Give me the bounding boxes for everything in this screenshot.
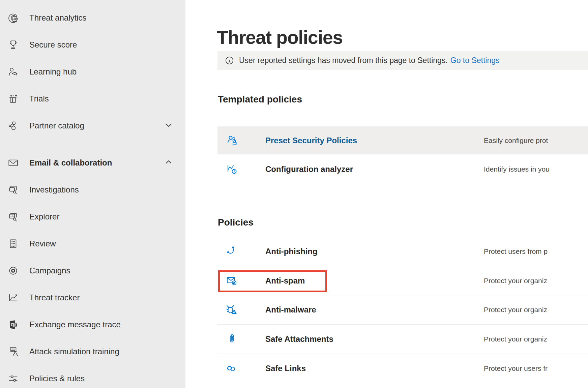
policy-label[interactable]: Anti-phishing bbox=[265, 247, 318, 256]
learning-hub-icon bbox=[7, 66, 19, 78]
sidebar-item-label: Campaigns bbox=[29, 266, 70, 275]
page-title: Threat policies bbox=[217, 27, 343, 48]
sidebar-item-label: Threat tracker bbox=[29, 293, 80, 302]
exchange-icon: E bbox=[7, 319, 19, 331]
sidebar-divider bbox=[7, 145, 174, 145]
policy-description: Protect your organiz bbox=[484, 306, 547, 314]
trials-icon bbox=[7, 93, 19, 105]
sidebar-item-label: Trials bbox=[29, 94, 49, 103]
sidebar-item-email-collaboration[interactable]: Email & collaboration bbox=[0, 149, 185, 176]
sidebar-item-threat-tracker[interactable]: Threat tracker bbox=[0, 284, 185, 311]
anti-spam-icon bbox=[225, 274, 239, 288]
sidebar-item-learning-hub[interactable]: Learning hub bbox=[0, 58, 185, 85]
row-configuration-analyzer[interactable]: Configuration analyzer Identify issues i… bbox=[217, 154, 588, 184]
sidebar-item-label: Learning hub bbox=[29, 67, 77, 77]
policy-label[interactable]: Anti-malware bbox=[265, 305, 316, 315]
policy-label[interactable]: Preset Security Policies bbox=[265, 136, 357, 145]
partner-catalog-icon bbox=[7, 120, 19, 132]
policy-label[interactable]: Safe Attachments bbox=[265, 334, 333, 344]
policy-description: Protect users from p bbox=[484, 247, 548, 256]
info-banner: User reported settings has moved from th… bbox=[217, 51, 588, 70]
email-collaboration-icon bbox=[7, 157, 19, 169]
sidebar-item-label: Partner catalog bbox=[29, 121, 84, 130]
sidebar-item-threat-analytics[interactable]: Threat analytics bbox=[0, 4, 185, 31]
chevron-down-icon[interactable] bbox=[165, 121, 173, 130]
policy-description: Protect your organiz bbox=[484, 277, 547, 285]
sidebar-item-label: Secure score bbox=[29, 40, 77, 50]
explorer-icon bbox=[7, 211, 19, 223]
sidebar-item-trials[interactable]: Trials bbox=[0, 85, 185, 112]
sidebar-item-label: Email & collaboration bbox=[29, 158, 112, 168]
sidebar-item-label: Attack simulation training bbox=[29, 347, 119, 356]
safe-attachments-icon bbox=[225, 332, 239, 346]
row-safe-attachments[interactable]: Safe Attachments Protect your organiz bbox=[217, 325, 588, 354]
sidebar-item-campaigns[interactable]: Campaigns bbox=[0, 257, 185, 284]
chevron-up-icon[interactable] bbox=[165, 158, 173, 168]
policy-description: Easily configure prot bbox=[484, 137, 548, 145]
section-heading-policies: Policies bbox=[218, 217, 254, 228]
sidebar-item-label: Policies & rules bbox=[29, 374, 85, 383]
campaigns-icon bbox=[7, 265, 19, 277]
info-icon bbox=[225, 56, 234, 65]
attack-simulation-icon bbox=[7, 346, 19, 358]
preset-security-policies-icon bbox=[225, 134, 239, 147]
go-to-settings-link[interactable]: Go to Settings bbox=[450, 56, 500, 65]
row-preset-security-policies[interactable]: Preset Security Policies Easily configur… bbox=[217, 126, 588, 154]
policies-rules-icon bbox=[7, 372, 19, 385]
sidebar-item-partner-catalog[interactable]: Partner catalog bbox=[0, 112, 185, 139]
policy-label[interactable]: Anti-spam bbox=[265, 276, 305, 286]
review-icon bbox=[7, 238, 19, 250]
sidebar-item-label: Threat analytics bbox=[29, 13, 86, 23]
safe-links-icon bbox=[225, 362, 239, 375]
section-heading-templated-policies: Templated policies bbox=[218, 94, 302, 105]
sidebar-item-label: Investigations bbox=[29, 185, 79, 195]
secure-score-icon bbox=[7, 39, 19, 51]
sidebar-item-policies-rules[interactable]: Policies & rules bbox=[0, 365, 185, 388]
sidebar-item-review[interactable]: Review bbox=[0, 230, 185, 257]
sidebar-item-secure-score[interactable]: Secure score bbox=[0, 31, 185, 58]
sidebar-item-label: Review bbox=[29, 239, 56, 248]
investigations-icon bbox=[7, 184, 19, 196]
policy-description: Identify issues in you bbox=[484, 165, 550, 173]
configuration-analyzer-icon bbox=[225, 162, 239, 176]
banner-message: User reported settings has moved from th… bbox=[239, 56, 448, 65]
row-safe-links[interactable]: Safe Links Protect your users fr bbox=[217, 354, 588, 383]
row-anti-spam[interactable]: Anti-spam Protect your organiz bbox=[217, 266, 588, 295]
sidebar: Threat analytics Secure score Learning h… bbox=[0, 0, 185, 388]
anti-malware-icon bbox=[225, 303, 239, 317]
row-anti-malware[interactable]: Anti-malware Protect your organiz bbox=[217, 295, 588, 325]
sidebar-item-exchange-message-trace[interactable]: E Exchange message trace bbox=[0, 311, 185, 338]
sidebar-item-investigations[interactable]: Investigations bbox=[0, 176, 185, 203]
row-anti-phishing[interactable]: Anti-phishing Protect users from p bbox=[217, 237, 588, 266]
threat-tracker-icon bbox=[7, 292, 19, 304]
sidebar-item-attack-simulation-training[interactable]: Attack simulation training bbox=[0, 338, 185, 365]
policy-label[interactable]: Safe Links bbox=[265, 364, 306, 373]
policy-description: Protect your organiz bbox=[484, 335, 547, 343]
main-content: Threat policies User reported settings h… bbox=[185, 0, 588, 388]
threat-analytics-icon bbox=[7, 12, 19, 24]
sidebar-item-explorer[interactable]: Explorer bbox=[0, 203, 185, 230]
anti-phishing-icon bbox=[225, 245, 239, 258]
policy-description: Protect your users fr bbox=[484, 364, 548, 372]
policy-label[interactable]: Configuration analyzer bbox=[265, 165, 353, 174]
sidebar-item-label: Exchange message trace bbox=[29, 320, 121, 329]
sidebar-item-label: Explorer bbox=[29, 212, 59, 221]
